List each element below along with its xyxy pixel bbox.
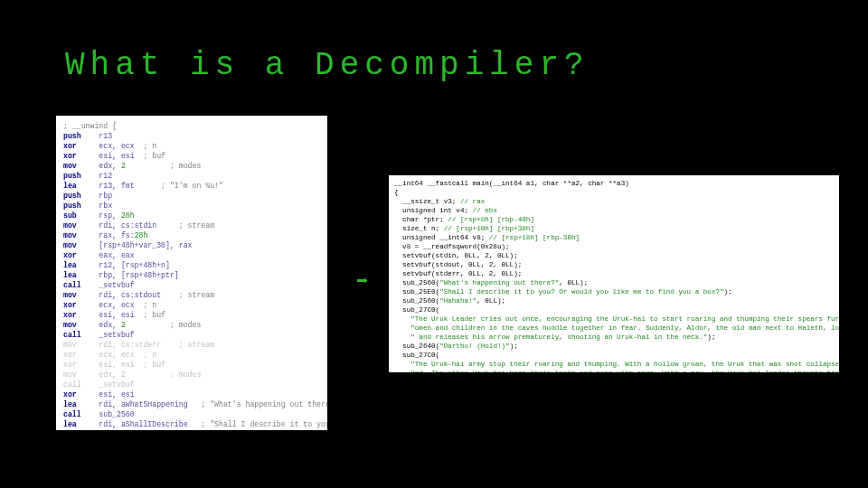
c-line: unsigned __int64 v8; // [rsp+18h] [rbp-3…	[394, 233, 834, 242]
c-line: setvbuf(stderr, 0LL, 2, 0LL);	[394, 269, 834, 278]
asm-line: mov rax, fs:28h	[63, 230, 320, 240]
asm-line: call _setvbuf	[63, 330, 320, 340]
asm-line: xor ecx, ecx ; n	[63, 300, 320, 310]
asm-line: lea rbp, [rsp+48h+ptr]	[63, 270, 320, 280]
asm-line: mov edx, 2 ; modes	[63, 370, 320, 380]
asm-line: lea r13, fmt ; "I'm on %u!"	[63, 181, 320, 191]
asm-line: sub rsp, 28h	[63, 211, 320, 221]
c-line: "omen and children in the caves huddle t…	[394, 324, 834, 333]
c-line: sub_25E0("Shall I describe it to you? Or…	[394, 287, 834, 296]
c-line: __ssize_t v3; // rax	[394, 197, 834, 206]
asm-line: xor esi, esi ; buf	[63, 151, 320, 161]
asm-line: lea rdi, aShallIDescribe ; "Shall I desc…	[63, 419, 320, 429]
c-line: {	[394, 188, 834, 197]
asm-line: xor esi, esi ; buf	[63, 360, 320, 370]
asm-line: push rbp	[63, 191, 320, 201]
asm-line: xor ecx, ecx ; n	[63, 350, 320, 360]
c-line: "The Uruk Leader cries out once, encoura…	[394, 314, 834, 324]
asm-line: xor eax, eax	[63, 250, 320, 260]
asm-line: mov rdi, cs:stdout ; stream	[63, 290, 320, 300]
slide-title: What is a Decompiler?	[65, 47, 590, 84]
arrow-icon: ➡	[356, 269, 368, 294]
asm-line: xor esi, esi ; buf	[63, 310, 320, 320]
c-line: setvbuf(stdout, 0LL, 2, 0LL);	[394, 260, 834, 269]
asm-line: mov edx, 2 ; modes	[63, 320, 320, 330]
c-line: __int64 __fastcall main(__int64 a1, char…	[394, 179, 834, 188]
c-line: "The Uruk-hai army stop their roaring an…	[394, 360, 834, 369]
asm-line: xor esi, esi	[63, 389, 320, 399]
c-line: sub_27C0(	[394, 351, 834, 360]
c-line: sub_27C0(	[394, 305, 834, 314]
asm-line: push r12	[63, 171, 320, 181]
asm-line: mov edx, 2 ; modes	[63, 161, 320, 171]
c-line: setvbuf(stdin, 0LL, 2, 0LL);	[394, 251, 834, 260]
asm-line: push rbx	[63, 201, 320, 211]
asm-line: xor ecx, ecx ; n	[63, 141, 320, 151]
c-line: v8 = __readfsqword(0x28u);	[394, 242, 834, 251]
asm-line: push r13	[63, 131, 320, 141]
c-line: sub_2640("Dartho! (Hold!)");	[394, 342, 834, 351]
asm-line: call sub_2560	[63, 409, 320, 419]
asm-line: call sub_2580	[63, 429, 320, 430]
asm-line: call _setvbuf	[63, 280, 320, 290]
asm-line: call _setvbuf	[63, 380, 320, 389]
c-line: "nd. The other Uruk-hai bare their teeth…	[394, 369, 834, 372]
asm-line: lea rdi, aWhatSHappening ; "What's happe…	[63, 399, 320, 409]
c-line: char *ptr; // [rsp+8h] [rbp-40h]	[394, 215, 834, 224]
c-line: sub_2560("What's happening out there?", …	[394, 278, 834, 287]
asm-line: mov rdi, cs:stdin ; stream	[63, 221, 320, 230]
c-line: " and releases his arrow prematurely, sh…	[394, 333, 834, 342]
asm-line: lea r12, [rsp+48h+n]	[63, 260, 320, 270]
asm-line: mov rdi, cs:stderr ; stream	[63, 340, 320, 350]
asm-line: mov [rsp+48h+var_30], rax	[63, 240, 320, 250]
c-line: unsigned int v4; // ebx	[394, 206, 834, 215]
c-line: size_t n; // [rsp+10h] [rbp+38h]	[394, 224, 834, 233]
decompiled-panel: __int64 __fastcall main(__int64 a1, char…	[389, 175, 839, 372]
asm-line: ; __unwind {	[63, 121, 320, 131]
assembly-panel: ; __unwind {push r13xor ecx, ecx ; nxor …	[56, 116, 327, 430]
c-line: sub_2560("Hahaha!", 0LL);	[394, 296, 834, 305]
